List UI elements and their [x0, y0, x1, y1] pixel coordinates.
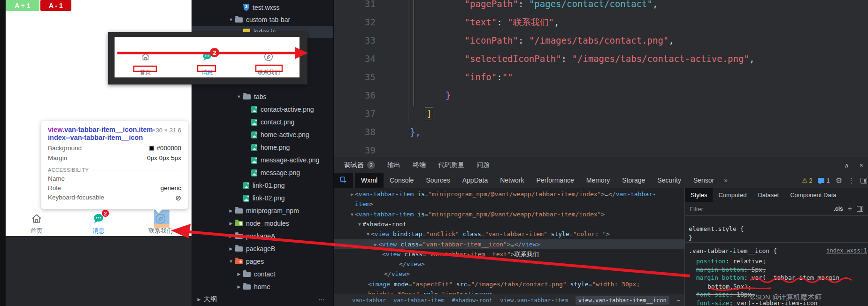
- wxml-node-1[interactable]: item>: [334, 199, 684, 209]
- token: </: [399, 260, 407, 268]
- tree-item-test.wxss[interactable]: 3test.wxss: [192, 1, 333, 14]
- decrement-button[interactable]: A - 1: [40, 0, 71, 11]
- sidebar-toggle-icon[interactable]: [857, 206, 863, 212]
- tab-network[interactable]: Network: [494, 173, 530, 188]
- tree-item-home[interactable]: ▶home: [192, 281, 333, 293]
- debugger-tab-0[interactable]: 调试器2: [344, 161, 375, 169]
- tab-overflow-icon[interactable]: »: [720, 173, 731, 188]
- breadcrumb-item-5[interactable]: ⋯: [677, 297, 680, 304]
- tabbar-item-0[interactable]: 首页: [6, 210, 68, 236]
- breadcrumb-item-2[interactable]: #shadow-root: [452, 297, 493, 304]
- editor-line-34: 34"selectedIconPath": "/images/tabs/cont…: [334, 50, 868, 68]
- cls-button[interactable]: .cls: [834, 206, 843, 212]
- tree-item-link-02.png[interactable]: link-02.png: [192, 192, 333, 204]
- styles-tab-component-data[interactable]: Component Data: [784, 188, 842, 202]
- tree-item-home.png[interactable]: home.png: [192, 141, 333, 153]
- tree-item-packageB[interactable]: ▶packageB: [192, 243, 333, 255]
- wxml-node-5[interactable]: ⋯▶<view class="van-tabbar-item__icon">…<…: [334, 239, 684, 249]
- more-actions-icon[interactable]: ⋯: [318, 296, 325, 303]
- wxml-node-9[interactable]: <image mode="aspectFit" src="/images/tab…: [334, 279, 684, 289]
- watermark: CSDN @计算机魔术师: [750, 293, 822, 302]
- filter-input[interactable]: Filter: [690, 206, 829, 213]
- folder-icon: [243, 94, 251, 99]
- close-icon[interactable]: ×: [860, 161, 863, 169]
- tab-sensor[interactable]: Sensor: [687, 173, 720, 188]
- wxml-node-3[interactable]: ▼#shadow-root: [334, 219, 684, 229]
- tree-item-contact[interactable]: ▶contact: [192, 268, 333, 280]
- debugger-tab-3[interactable]: 代码质量: [438, 161, 464, 169]
- tab-console[interactable]: Console: [384, 173, 420, 188]
- tree-item-label: home-active.png: [261, 131, 309, 138]
- wxml-node-0[interactable]: ▶<van-tabbar-item is="miniprogram_npm/@v…: [334, 189, 684, 199]
- gear-icon[interactable]: ⚙: [836, 176, 842, 185]
- tab-sources[interactable]: Sources: [420, 173, 456, 188]
- tab-wxml[interactable]: Wxml: [355, 173, 384, 188]
- folder-icon: [235, 17, 243, 23]
- tree-item-message.png[interactable]: message.png: [192, 167, 333, 179]
- breadcrumb-item-4[interactable]: view.van-tabbar-item__icon: [576, 296, 669, 305]
- debugger-tab-1[interactable]: 输出: [387, 161, 400, 169]
- warning-icon[interactable]: ⚠2: [802, 177, 813, 184]
- wxml-node-6[interactable]: <view class="van-tabbar-item__text">联系我们: [334, 249, 684, 259]
- css-property-name: font-size: [696, 299, 729, 306]
- tab-performance[interactable]: Performance: [530, 173, 580, 188]
- increment-button[interactable]: A + 1: [6, 0, 39, 11]
- tabbar-item-1[interactable]: 2消息: [68, 210, 130, 236]
- tab-security[interactable]: Security: [651, 173, 687, 188]
- style-row-6[interactable]: margin-bottom: var(--tabbar-item-margin-: [696, 274, 843, 281]
- collapse-icon[interactable]: ∧: [845, 161, 849, 169]
- background-value: #000000: [156, 145, 181, 152]
- style-row-8[interactable]: font-size: 18px;: [696, 291, 755, 298]
- dock-side-icon[interactable]: [860, 178, 867, 184]
- token: >: [601, 211, 605, 218]
- preview-tabbar-label: 首页: [140, 69, 151, 76]
- wxml-node-7[interactable]: </view>: [334, 259, 684, 269]
- new-style-rule-button[interactable]: +: [848, 205, 852, 213]
- wxml-node-2[interactable]: ▼<van-tabbar-item is="miniprogram_npm/@v…: [334, 209, 684, 219]
- message-count: 1: [826, 177, 830, 184]
- message-icon: [202, 51, 212, 62]
- kebab-menu-icon[interactable]: ⋮: [848, 176, 855, 185]
- breadcrumb-item-1[interactable]: van-tabbar-item: [393, 297, 444, 304]
- css-property-value: 5px;: [751, 266, 766, 273]
- token: "aspectFit": [412, 281, 453, 288]
- stylesheet-link[interactable]: index.wxss:1: [826, 247, 867, 254]
- styles-tab-styles[interactable]: Styles: [685, 188, 713, 202]
- debugger-tab-4[interactable]: 问题: [476, 161, 490, 169]
- code-editor[interactable]: 31"pagePath": "pages/contact/contact",32…: [334, 0, 868, 157]
- image-file-icon: [243, 195, 249, 202]
- breadcrumb-item-0[interactable]: van-tabbar: [352, 297, 386, 304]
- wxml-node-8[interactable]: </view>: [334, 269, 684, 279]
- tree-item-大纲[interactable]: ▶大纲⋯: [192, 293, 333, 306]
- token: </: [384, 270, 392, 277]
- tree-item-miniprogram_npm[interactable]: ▶miniprogram_npm: [192, 205, 333, 217]
- tab-appdata[interactable]: AppData: [456, 173, 494, 188]
- styles-tab-computed[interactable]: Computed: [713, 188, 752, 202]
- tree-item-pages[interactable]: ▼pages: [192, 255, 333, 268]
- styles-tab-dataset[interactable]: Dataset: [752, 188, 784, 202]
- tab-storage[interactable]: Storage: [616, 173, 651, 188]
- token: >: [489, 291, 493, 294]
- tree-item-contact.png[interactable]: contact.png: [192, 116, 333, 128]
- debugger-tab-2[interactable]: 终端: [413, 161, 426, 169]
- tree-item-node_modules[interactable]: ▶node_modules: [192, 217, 333, 230]
- tree-item-tabs[interactable]: ▼tabs: [192, 91, 333, 103]
- node-menu-icon[interactable]: ⋯: [337, 241, 341, 248]
- tree-item-link-01.png[interactable]: link-01.png: [192, 179, 333, 191]
- tree-item-message-active.png[interactable]: message-active.png: [192, 154, 333, 166]
- tree-item-contact-active.png[interactable]: contact-active.png: [192, 103, 333, 115]
- element-picker-button[interactable]: [334, 173, 353, 188]
- tree-item-packageA[interactable]: ▶packageA: [192, 230, 333, 242]
- chevron-right-icon: ▶: [236, 284, 242, 289]
- message-icon[interactable]: [818, 178, 824, 183]
- token: [547, 230, 551, 237]
- wxml-node-10[interactable]: height: 30px;" role="img"></image>: [334, 289, 684, 294]
- tree-item-custom-tab-bar[interactable]: ▼custom-tab-bar: [192, 14, 333, 26]
- breadcrumb-item-3[interactable]: view.van-tabbar-item: [500, 297, 568, 304]
- wxml-node-4[interactable]: ▼<view bind:tap="onClick" class="van-tab…: [334, 229, 684, 239]
- tree-item-home-active.png[interactable]: home-active.png: [192, 129, 333, 141]
- style-row-5[interactable]: margin-bottom: 5px;: [696, 266, 766, 273]
- tab-memory[interactable]: Memory: [580, 173, 616, 188]
- style-row-4[interactable]: position: relative;: [696, 258, 766, 265]
- debugger-tab-label: 输出: [387, 161, 400, 169]
